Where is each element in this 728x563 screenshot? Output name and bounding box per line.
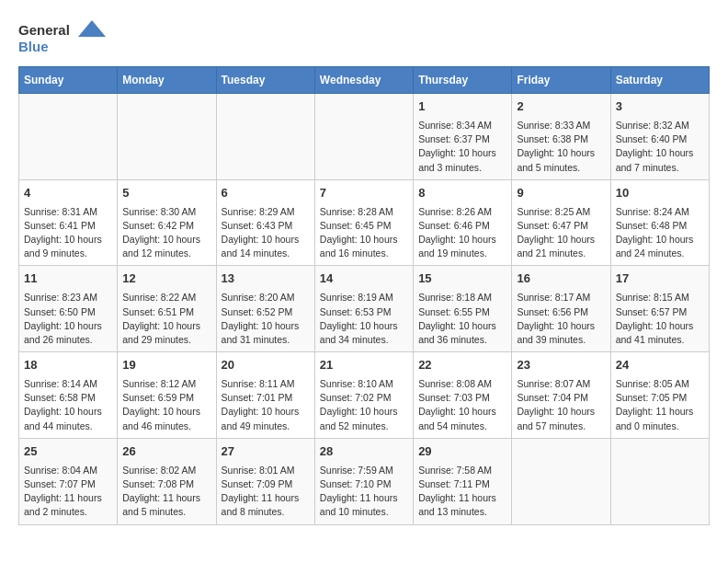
day-content: Sunrise: 8:11 AM xyxy=(222,377,310,391)
day-content: Sunset: 7:01 PM xyxy=(222,391,310,405)
day-number: 1 xyxy=(418,98,506,116)
day-content: Daylight: 10 hours xyxy=(616,233,704,247)
day-number: 17 xyxy=(616,270,704,288)
day-content: Sunrise: 8:07 AM xyxy=(517,377,605,391)
calendar-cell: 7Sunrise: 8:28 AMSunset: 6:45 PMDaylight… xyxy=(314,179,413,266)
day-content: Daylight: 11 hours xyxy=(616,405,704,419)
calendar-table: SundayMondayTuesdayWednesdayThursdayFrid… xyxy=(18,66,710,525)
day-content: Daylight: 10 hours xyxy=(320,319,408,333)
day-of-week-header: Monday xyxy=(118,67,216,94)
day-number: 4 xyxy=(24,185,112,202)
calendar-cell xyxy=(314,94,413,180)
day-content: and 54 minutes. xyxy=(418,419,506,433)
day-content: Daylight: 10 hours xyxy=(517,319,605,333)
day-content: Daylight: 10 hours xyxy=(24,319,112,333)
day-content: Sunrise: 8:01 AM xyxy=(222,464,310,477)
day-number: 18 xyxy=(24,357,112,374)
day-content: Sunrise: 8:15 AM xyxy=(616,291,704,304)
day-content: and 26 minutes. xyxy=(24,333,112,347)
day-number: 6 xyxy=(222,185,310,202)
day-content: Sunset: 7:08 PM xyxy=(122,477,210,491)
day-content: Sunrise: 8:25 AM xyxy=(517,205,605,219)
day-content: Daylight: 10 hours xyxy=(222,233,310,247)
calendar-cell: 5Sunrise: 8:30 AMSunset: 6:42 PMDaylight… xyxy=(118,179,216,266)
day-content: and 52 minutes. xyxy=(320,419,408,433)
calendar-week-row: 18Sunrise: 8:14 AMSunset: 6:58 PMDayligh… xyxy=(19,352,710,439)
day-content: and 21 minutes. xyxy=(517,247,605,260)
calendar-cell: 2Sunrise: 8:33 AMSunset: 6:38 PMDaylight… xyxy=(512,94,610,180)
day-of-week-header: Friday xyxy=(512,67,610,94)
day-content: Daylight: 10 hours xyxy=(616,319,704,333)
day-number: 11 xyxy=(24,270,112,288)
day-number: 15 xyxy=(418,270,506,288)
day-content: Sunrise: 7:58 AM xyxy=(418,464,506,477)
day-of-week-header: Saturday xyxy=(610,67,709,94)
day-number: 24 xyxy=(616,357,704,374)
day-content: Sunrise: 8:24 AM xyxy=(616,205,704,219)
day-content: and 46 minutes. xyxy=(122,419,210,433)
day-content: Daylight: 10 hours xyxy=(222,405,310,419)
day-number: 28 xyxy=(320,443,408,461)
calendar-week-row: 4Sunrise: 8:31 AMSunset: 6:41 PMDaylight… xyxy=(19,179,710,266)
day-content: Sunset: 6:46 PM xyxy=(418,219,506,233)
calendar-cell: 16Sunrise: 8:17 AMSunset: 6:56 PMDayligh… xyxy=(512,266,610,352)
day-content: Sunset: 6:41 PM xyxy=(24,219,112,233)
day-content: Sunrise: 8:14 AM xyxy=(24,377,112,391)
day-content: Sunrise: 8:28 AM xyxy=(320,205,408,219)
day-content: Sunrise: 8:18 AM xyxy=(418,291,506,304)
calendar-cell: 14Sunrise: 8:19 AMSunset: 6:53 PMDayligh… xyxy=(314,266,413,352)
day-number: 27 xyxy=(222,443,310,461)
day-content: Sunset: 6:55 PM xyxy=(418,305,506,319)
calendar-cell: 25Sunrise: 8:04 AMSunset: 7:07 PMDayligh… xyxy=(19,438,118,524)
day-content: Sunset: 6:52 PM xyxy=(222,305,310,319)
day-content: Sunset: 6:43 PM xyxy=(222,219,310,233)
day-number: 12 xyxy=(122,270,210,288)
day-content: Sunrise: 8:02 AM xyxy=(122,464,210,477)
calendar-cell: 18Sunrise: 8:14 AMSunset: 6:58 PMDayligh… xyxy=(19,352,118,439)
calendar-week-row: 1Sunrise: 8:34 AMSunset: 6:37 PMDaylight… xyxy=(19,94,710,180)
day-of-week-header: Wednesday xyxy=(314,67,413,94)
day-content: Sunrise: 8:30 AM xyxy=(122,205,210,219)
day-content: and 24 minutes. xyxy=(616,247,704,260)
calendar-cell: 11Sunrise: 8:23 AMSunset: 6:50 PMDayligh… xyxy=(19,266,118,352)
calendar-cell: 10Sunrise: 8:24 AMSunset: 6:48 PMDayligh… xyxy=(610,179,709,266)
day-content: Sunrise: 8:29 AM xyxy=(222,205,310,219)
day-number: 22 xyxy=(418,357,506,374)
page-header: General Blue xyxy=(18,18,710,57)
generalblue-logo-icon: General Blue xyxy=(18,18,110,57)
calendar-cell: 27Sunrise: 8:01 AMSunset: 7:09 PMDayligh… xyxy=(216,438,314,524)
day-content: and 49 minutes. xyxy=(222,419,310,433)
day-content: and 14 minutes. xyxy=(222,247,310,260)
day-content: and 57 minutes. xyxy=(517,419,605,433)
day-content: Sunset: 6:53 PM xyxy=(320,305,408,319)
day-content: Sunrise: 8:19 AM xyxy=(320,291,408,304)
day-content: and 29 minutes. xyxy=(122,333,210,347)
day-number: 9 xyxy=(517,185,605,202)
day-content: and 2 minutes. xyxy=(24,505,112,519)
day-content: and 41 minutes. xyxy=(616,333,704,347)
day-content: and 10 minutes. xyxy=(320,505,408,519)
day-content: Daylight: 10 hours xyxy=(24,405,112,419)
day-content: and 3 minutes. xyxy=(418,161,506,175)
day-content: and 8 minutes. xyxy=(222,505,310,519)
day-content: Daylight: 11 hours xyxy=(122,491,210,505)
calendar-cell xyxy=(216,94,314,180)
day-number: 21 xyxy=(320,357,408,374)
svg-text:General: General xyxy=(18,22,70,38)
svg-text:Blue: Blue xyxy=(18,39,49,54)
day-content: Sunset: 6:37 PM xyxy=(418,132,506,146)
day-content: Sunset: 6:48 PM xyxy=(616,219,704,233)
svg-marker-2 xyxy=(78,20,106,37)
day-number: 7 xyxy=(320,185,408,202)
day-content: Sunset: 7:09 PM xyxy=(222,477,310,491)
calendar-cell: 29Sunrise: 7:58 AMSunset: 7:11 PMDayligh… xyxy=(414,438,512,524)
day-content: Daylight: 11 hours xyxy=(320,491,408,505)
day-number: 3 xyxy=(616,98,704,116)
calendar-cell: 12Sunrise: 8:22 AMSunset: 6:51 PMDayligh… xyxy=(118,266,216,352)
calendar-cell: 26Sunrise: 8:02 AMSunset: 7:08 PMDayligh… xyxy=(118,438,216,524)
day-content: Sunset: 7:04 PM xyxy=(517,391,605,405)
day-content: and 5 minutes. xyxy=(122,505,210,519)
day-content: Daylight: 10 hours xyxy=(517,405,605,419)
day-content: Sunrise: 8:08 AM xyxy=(418,377,506,391)
day-content: Sunrise: 8:26 AM xyxy=(418,205,506,219)
